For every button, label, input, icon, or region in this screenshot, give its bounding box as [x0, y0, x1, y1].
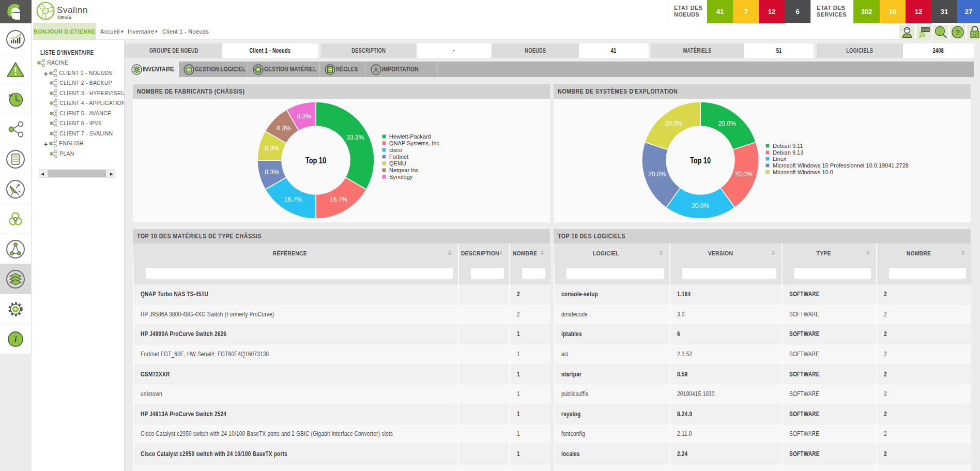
svg-text:i: i — [14, 335, 17, 344]
svg-text:Top 10: Top 10 — [305, 156, 326, 165]
svg-text:20.0%: 20.0% — [692, 202, 709, 209]
svg-text:16.7%: 16.7% — [330, 196, 347, 203]
svg-text:8.3%: 8.3% — [265, 169, 279, 176]
svg-text:Top 10: Top 10 — [690, 156, 711, 165]
svg-text:8.3%: 8.3% — [277, 125, 291, 132]
svg-text:20.0%: 20.0% — [648, 171, 666, 178]
svg-text:RSS: RSS — [922, 27, 929, 32]
svg-text:?: ? — [956, 29, 959, 36]
svg-text:16.7%: 16.7% — [284, 196, 302, 203]
svg-text:20.0%: 20.0% — [735, 171, 753, 178]
svg-text:8.3%: 8.3% — [297, 113, 312, 120]
svg-text:8.3%: 8.3% — [265, 145, 279, 152]
svg-text:20.0%: 20.0% — [718, 120, 736, 127]
svg-text:20.0%: 20.0% — [665, 120, 682, 127]
svg-text:33.3%: 33.3% — [346, 134, 364, 141]
svg-text:</>: </> — [187, 68, 191, 71]
